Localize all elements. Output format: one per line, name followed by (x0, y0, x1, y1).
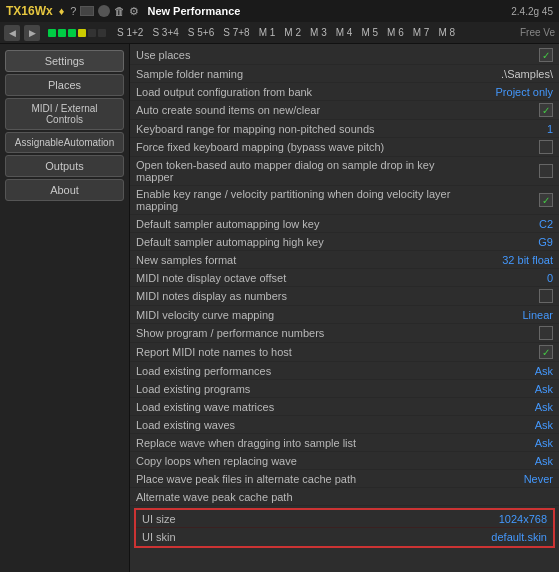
label-midi-numbers: MIDI notes display as numbers (136, 290, 473, 302)
value-new-samples[interactable]: 32 bit float (473, 254, 553, 266)
tab-s78[interactable]: S 7+8 (220, 26, 252, 39)
value-open-token[interactable] (473, 164, 553, 178)
sidebar: Settings Places MIDI / External Controls… (0, 44, 130, 572)
sidebar-item-midi[interactable]: MIDI / External Controls (5, 98, 124, 130)
version-label: 2.4.2g 45 (511, 6, 553, 17)
value-default-low[interactable]: C2 (473, 218, 553, 230)
question-icon[interactable]: ? (70, 5, 76, 17)
row-enable-key: Enable key range / velocity partitioning… (130, 186, 559, 215)
tab-m6[interactable]: M 6 (384, 26, 407, 39)
sidebar-item-outputs[interactable]: Outputs (5, 155, 124, 177)
label-load-perf: Load existing performances (136, 365, 473, 377)
value-replace-wave[interactable]: Ask (473, 437, 553, 449)
row-load-prog: Load existing programs Ask (130, 380, 559, 398)
prev-icon[interactable]: ◀ (4, 25, 20, 41)
value-load-waves[interactable]: Ask (473, 419, 553, 431)
toolbar: ◀ ▶ S 1+2 S 3+4 S 5+6 S 7+8 M 1 M 2 M 3 … (0, 22, 559, 44)
checkbox-show-program[interactable] (539, 326, 553, 340)
checkbox-use-places[interactable] (539, 48, 553, 62)
disk-icon (98, 5, 110, 17)
label-use-places: Use places (136, 49, 473, 61)
text-default-low: C2 (473, 218, 553, 230)
checkbox-force-fixed[interactable] (539, 140, 553, 154)
tab-s56[interactable]: S 5+6 (185, 26, 217, 39)
sidebar-item-automation[interactable]: AssignableAutomation (5, 132, 124, 153)
led-1 (48, 29, 56, 37)
value-midi-numbers[interactable] (473, 289, 553, 303)
led-2 (58, 29, 66, 37)
trash-icon[interactable]: 🗑 (114, 5, 125, 17)
row-auto-create: Auto create sound items on new/clear (130, 101, 559, 120)
text-keyboard-range: 1 (473, 123, 553, 135)
tab-m7[interactable]: M 7 (410, 26, 433, 39)
label-new-samples: New samples format (136, 254, 473, 266)
tab-m8[interactable]: M 8 (435, 26, 458, 39)
free-version-label: Free Ve (520, 27, 555, 38)
value-use-places[interactable] (473, 48, 553, 62)
channel-tabs: S 1+2 S 3+4 S 5+6 S 7+8 M 1 M 2 M 3 M 4 … (114, 26, 458, 39)
value-load-prog[interactable]: Ask (473, 383, 553, 395)
label-report-midi: Report MIDI note names to host (136, 346, 473, 358)
settings-icon[interactable]: ⚙ (129, 5, 139, 18)
row-report-midi: Report MIDI note names to host (130, 343, 559, 362)
label-ui-size: UI size (142, 513, 467, 525)
value-default-high[interactable]: G9 (473, 236, 553, 248)
sidebar-item-about[interactable]: About (5, 179, 124, 201)
value-load-perf[interactable]: Ask (473, 365, 553, 377)
value-load-wave-mat[interactable]: Ask (473, 401, 553, 413)
row-midi-numbers: MIDI notes display as numbers (130, 287, 559, 306)
row-load-wave-mat: Load existing wave matrices Ask (130, 398, 559, 416)
value-ui-skin[interactable]: default.skin (467, 531, 547, 543)
label-alt-cache: Alternate wave peak cache path (136, 491, 473, 503)
next-icon[interactable]: ▶ (24, 25, 40, 41)
sidebar-item-places[interactable]: Places (5, 74, 124, 96)
text-copy-loops: Ask (473, 455, 553, 467)
checkbox-report-midi[interactable] (539, 345, 553, 359)
tab-m3[interactable]: M 3 (307, 26, 330, 39)
value-midi-octave[interactable]: 0 (473, 272, 553, 284)
value-enable-key[interactable] (473, 193, 553, 207)
tab-m5[interactable]: M 5 (358, 26, 381, 39)
value-keyboard-range[interactable]: 1 (473, 123, 553, 135)
row-ui-skin: UI skin default.skin (136, 528, 553, 546)
value-peak-files[interactable]: Never (473, 473, 553, 485)
led-4 (78, 29, 86, 37)
label-load-output: Load output configuration from bank (136, 86, 473, 98)
checkbox-open-token[interactable] (539, 164, 553, 178)
tab-m1[interactable]: M 1 (256, 26, 279, 39)
tab-m4[interactable]: M 4 (333, 26, 356, 39)
perf-name: New Performance (147, 5, 240, 17)
label-load-prog: Load existing programs (136, 383, 473, 395)
cpu-icon (80, 6, 94, 16)
label-auto-create: Auto create sound items on new/clear (136, 104, 473, 116)
checkbox-midi-numbers[interactable] (539, 289, 553, 303)
text-load-output: Project only (473, 86, 553, 98)
tab-s34[interactable]: S 3+4 (149, 26, 181, 39)
sidebar-item-settings[interactable]: Settings (5, 50, 124, 72)
checkbox-enable-key[interactable] (539, 193, 553, 207)
row-keyboard-range: Keyboard range for mapping non-pitched s… (130, 120, 559, 138)
value-load-output[interactable]: Project only (473, 86, 553, 98)
value-ui-size[interactable]: 1024x768 (467, 513, 547, 525)
row-alt-cache: Alternate wave peak cache path (130, 488, 559, 506)
value-auto-create[interactable] (473, 103, 553, 117)
label-ui-skin: UI skin (142, 531, 467, 543)
led-6 (98, 29, 106, 37)
row-midi-octave: MIDI note display octave offset 0 (130, 269, 559, 287)
main-layout: Settings Places MIDI / External Controls… (0, 44, 559, 572)
row-load-perf: Load existing performances Ask (130, 362, 559, 380)
checkbox-auto-create[interactable] (539, 103, 553, 117)
value-midi-velocity[interactable]: Linear (473, 309, 553, 321)
label-midi-octave: MIDI note display octave offset (136, 272, 473, 284)
value-report-midi[interactable] (473, 345, 553, 359)
value-show-program[interactable] (473, 326, 553, 340)
row-use-places: Use places (130, 46, 559, 65)
tab-s12[interactable]: S 1+2 (114, 26, 146, 39)
label-midi-velocity: MIDI velocity curve mapping (136, 309, 473, 321)
value-copy-loops[interactable]: Ask (473, 455, 553, 467)
tab-m2[interactable]: M 2 (281, 26, 304, 39)
row-default-low: Default sampler automapping low key C2 (130, 215, 559, 233)
value-force-fixed[interactable] (473, 140, 553, 154)
value-sample-folder[interactable]: .\Samples\ (473, 68, 553, 80)
text-load-perf: Ask (473, 365, 553, 377)
